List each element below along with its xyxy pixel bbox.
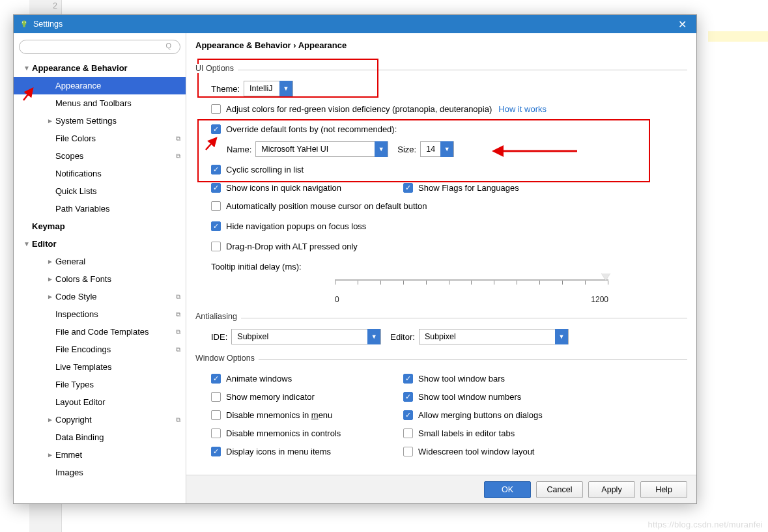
share-icon: ⧉ [176,346,180,354]
sidebar-item-code-style[interactable]: ►Code Style⧉ [14,288,186,305]
auto-cursor-checkbox[interactable] [211,201,221,211]
tree-arrow-icon: ▼ [23,240,31,247]
disp-icons-checkbox[interactable] [211,447,221,456]
dis-menu-checkbox[interactable] [211,410,221,420]
show-icons-checkbox[interactable] [211,183,221,193]
antialiasing-row: IDE: Subpixel ▼ Editor: Subpixel ▼ [211,328,687,346]
apply-button[interactable]: Apply [588,481,635,498]
breadcrumb: Appearance & Behavior › Appearance [186,33,696,56]
override-fonts-checkbox[interactable] [211,124,221,134]
widescreen-checkbox[interactable] [403,447,413,456]
sidebar-item-keymap[interactable]: Keymap [14,217,186,235]
ok-button[interactable]: OK [484,481,531,498]
sidebar-item-label: Emmet [55,450,82,460]
cancel-button[interactable]: Cancel [536,481,583,498]
sidebar-item-general[interactable]: ►General [14,253,186,270]
sidebar-item-label: General [55,257,85,266]
chevron-down-icon[interactable]: ▼ [279,81,292,96]
sidebar-item-appearance[interactable]: Appearance [14,77,186,94]
chevron-down-icon[interactable]: ▼ [367,329,380,344]
sidebar-item-quick-lists[interactable]: Quick Lists [14,182,186,200]
font-size-label: Size: [397,145,416,154]
sidebar-item-menus-and-toolbars[interactable]: Menus and Toolbars [14,94,186,112]
chevron-down-icon[interactable]: ▼ [375,141,388,157]
sidebar-item-editor[interactable]: ▼Editor [14,235,186,253]
sidebar-item-file-colors[interactable]: File Colors⧉ [14,130,186,147]
sidebar-item-inspections[interactable]: Inspections⧉ [14,305,186,323]
how-it-works-link[interactable]: How it works [498,104,547,114]
theme-combo[interactable]: IntelliJ ▼ [244,81,293,96]
sidebar-item-appearance-behavior[interactable]: ▼Appearance & Behavior [14,59,186,77]
titlebar[interactable]: Settings ✕ [14,15,696,33]
tree-arrow-icon: ▼ [23,64,31,72]
show-bars-checkbox[interactable] [403,374,413,384]
show-nums-row: Show tool window numbers [403,387,521,406]
ide-anti-combo[interactable]: Subpixel ▼ [231,329,381,344]
adjust-colors-row: Adjust colors for red-green vision defic… [211,100,687,118]
cyclic-checkbox[interactable] [211,165,221,175]
sidebar-item-notifications[interactable]: Notifications [14,165,186,182]
show-icons-row: Show icons in quick navigation [211,178,403,197]
allow-merge-checkbox[interactable] [403,410,413,420]
sidebar-item-scopes[interactable]: Scopes⧉ [14,147,186,165]
adjust-colors-label: Adjust colors for red-green vision defic… [226,104,492,114]
chevron-down-icon[interactable]: ▼ [440,141,453,157]
animate-checkbox[interactable] [211,374,221,384]
search-input[interactable] [19,40,180,54]
dnd-alt-checkbox[interactable] [211,242,221,251]
animate-row: Animate windows [211,369,403,387]
mem-row: Show memory indicator [211,387,403,406]
help-button[interactable]: Help [640,481,687,498]
tooltip-delay-slider[interactable]: 0 1200 [335,278,608,304]
share-icon: ⧉ [176,311,180,318]
sidebar-item-data-binding[interactable]: Data Binding [14,428,186,446]
adjust-colors-checkbox[interactable] [211,104,221,114]
sidebar-item-copyright[interactable]: ►Copyright⧉ [14,411,186,428]
font-size-combo[interactable]: 14 ▼ [420,141,454,157]
sidebar-item-label: Scopes [55,151,83,161]
slider-thumb-icon[interactable] [601,273,610,281]
section-antialiasing: Antialiasing [195,312,687,318]
dis-ctrl-row: Disable mnemonics in controls [211,424,403,442]
sidebar-item-emmet[interactable]: ►Emmet [14,446,186,464]
tree-arrow-icon: ► [46,416,54,423]
sidebar-item-label: File Types [55,380,94,389]
main-panel: Appearance & Behavior › Appearance UI Op… [186,33,696,503]
chevron-down-icon[interactable]: ▼ [555,329,568,344]
content: UI Options Theme: IntelliJ ▼ Adjust colo… [186,56,696,475]
close-icon[interactable]: ✕ [673,15,691,33]
sidebar-item-label: Quick Lists [55,186,97,196]
sidebar-item-label: Menus and Toolbars [55,98,132,108]
settings-tree[interactable]: ▼Appearance & BehaviorAppearanceMenus an… [14,59,186,503]
sidebar-item-file-types[interactable]: File Types [14,376,186,393]
hide-popups-checkbox[interactable] [211,221,221,231]
cyclic-label: Cyclic scrolling in list [226,165,304,175]
font-name-label: Name: [227,145,251,154]
sidebar-item-system-settings[interactable]: ►System Settings [14,112,186,130]
show-bars-row: Show tool window bars [403,369,505,387]
sidebar-item-label: Live Templates [55,362,111,372]
gutter-line: 2 [33,1,57,10]
sidebar-item-layout-editor[interactable]: Layout Editor [14,393,186,411]
small-labels-checkbox[interactable] [403,428,413,438]
font-name-combo[interactable]: Microsoft YaHei UI ▼ [255,141,388,157]
mem-checkbox[interactable] [211,392,221,402]
sidebar-item-file-and-code-templates[interactable]: File and Code Templates⧉ [14,323,186,341]
sidebar-item-path-variables[interactable]: Path Variables [14,200,186,217]
sidebar-item-live-templates[interactable]: Live Templates [14,358,186,376]
dis-ctrl-checkbox[interactable] [211,428,221,438]
editor-anti-combo[interactable]: Subpixel ▼ [419,329,569,344]
show-flags-checkbox[interactable] [403,183,413,193]
hide-popups-row: Hide navigation popups on focus loss [211,217,687,235]
show-nums-checkbox[interactable] [403,392,413,402]
sidebar-item-file-encodings[interactable]: File Encodings⧉ [14,341,186,358]
window-title: Settings [33,20,673,29]
tree-arrow-icon: ► [46,293,54,300]
sidebar-item-images[interactable]: Images [14,464,186,481]
sidebar-item-colors-fonts[interactable]: ►Colors & Fonts [14,270,186,288]
auto-cursor-row: Automatically position mouse cursor on d… [211,197,687,215]
cyclic-row: Cyclic scrolling in list [211,160,687,178]
search-magnify-icon[interactable]: Q [165,42,171,49]
share-icon: ⧉ [176,328,180,336]
sidebar-item-label: File Colors [55,133,96,143]
